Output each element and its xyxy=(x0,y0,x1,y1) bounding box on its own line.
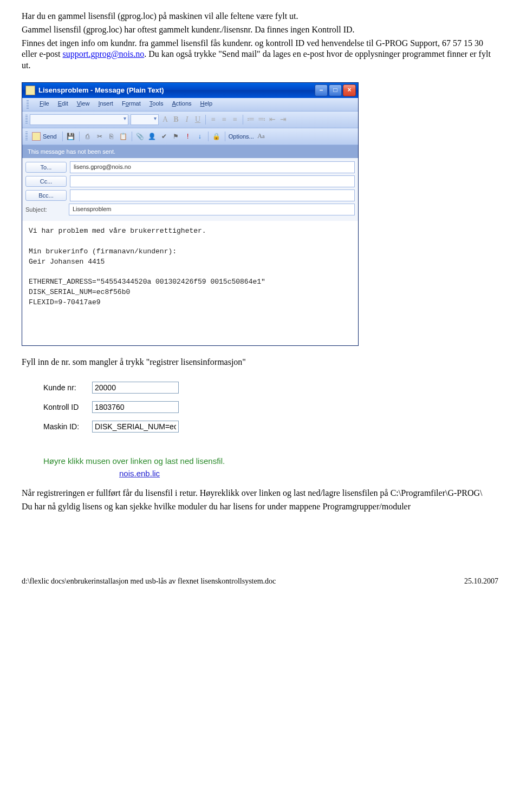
flag-icon[interactable]: ⚑ xyxy=(171,132,181,141)
kontroll-label: Kontroll ID xyxy=(43,403,92,411)
align-right-icon[interactable]: ≡ xyxy=(231,115,239,124)
send-icon xyxy=(32,132,41,141)
menu-help[interactable]: Help xyxy=(200,100,213,109)
align-left-icon[interactable]: ≡ xyxy=(209,115,218,124)
send-label: Send xyxy=(43,133,57,140)
bold-icon[interactable]: B xyxy=(172,115,180,124)
menu-actions[interactable]: Actions xyxy=(172,100,191,109)
copy-icon[interactable]: ⎘ xyxy=(107,132,116,141)
align-center-icon[interactable]: ≡ xyxy=(220,115,229,124)
to-field[interactable]: lisens.gprog@nois.no xyxy=(70,161,355,173)
paste-icon[interactable]: 📋 xyxy=(119,132,128,141)
underline-icon[interactable]: U xyxy=(193,115,202,124)
toolbar-grip-icon xyxy=(27,100,29,109)
footer-date: 25.10.2007 xyxy=(464,577,498,586)
kunde-input[interactable] xyxy=(92,382,179,394)
importance-low-icon[interactable]: ↓ xyxy=(195,132,205,141)
menu-insert[interactable]: Insert xyxy=(98,100,113,109)
message-body[interactable]: Vi har problem med våre brukerrettighete… xyxy=(22,221,358,345)
close-button[interactable]: × xyxy=(343,84,356,96)
support-email-link[interactable]: support.gprog@nois.no xyxy=(63,49,145,58)
after-text-1: Når registreringen er fullført får du li… xyxy=(22,488,498,499)
window-title: Lisensproblem - Message (Plain Text) xyxy=(38,86,315,94)
options-button[interactable]: Options... xyxy=(229,133,254,140)
not-sent-banner: This message has not been sent. xyxy=(22,145,358,158)
indent-icon[interactable]: ⇥ xyxy=(279,115,288,124)
menu-edit[interactable]: Edit xyxy=(58,100,68,109)
download-hint: Høyre klikk musen over linken og last ne… xyxy=(43,456,498,466)
font-a-icon[interactable]: A xyxy=(161,115,170,124)
italic-icon[interactable]: I xyxy=(183,115,191,124)
toolbar-grip-icon xyxy=(25,115,28,125)
page-footer: d:\flexlic docs\enbrukerinstallasjon med… xyxy=(22,577,498,586)
menu-tools[interactable]: Tools xyxy=(150,100,164,109)
outdent-icon[interactable]: ⇤ xyxy=(268,115,277,124)
maximize-button[interactable]: □ xyxy=(329,84,342,96)
titlebar: Lisensproblem - Message (Plain Text) – □… xyxy=(22,83,358,98)
maskin-input[interactable] xyxy=(92,421,179,433)
intro-line-1: Har du en gammel lisensfil (gprog.loc) p… xyxy=(22,11,498,22)
size-combo[interactable] xyxy=(131,114,159,125)
outlook-window: Lisensproblem - Message (Plain Text) – □… xyxy=(22,82,359,346)
save-icon[interactable]: 💾 xyxy=(66,132,76,141)
kontroll-input[interactable] xyxy=(92,401,179,413)
cc-button[interactable]: Cc... xyxy=(25,176,67,187)
numlist-icon[interactable]: ≕ xyxy=(257,115,266,124)
send-button[interactable]: Send xyxy=(30,132,59,141)
license-file-link[interactable]: nois.enb.lic xyxy=(119,469,498,478)
action-toolbar: Send 💾 ⎙ ✂ ⎘ 📋 📎 👤 ✔ ⚑ ! ↓ 🔒 Options... … xyxy=(22,128,358,145)
after-text-2: Du har nå gyldig lisens og kan sjekke hv… xyxy=(22,501,498,513)
registration-form: Kunde nr: Kontroll ID Maskin ID: xyxy=(22,376,498,446)
check-icon[interactable]: ✔ xyxy=(159,132,169,141)
header-fields: To... lisens.gprog@nois.no Cc... Bcc... … xyxy=(22,158,358,221)
menubar: File Edit View Insert Format Tools Actio… xyxy=(22,98,358,112)
importance-high-icon[interactable]: ! xyxy=(183,132,193,141)
menu-view[interactable]: View xyxy=(77,100,90,109)
mail-icon xyxy=(25,86,35,95)
subject-field[interactable]: Lisensproblem xyxy=(69,204,355,215)
list-icon[interactable]: ≔ xyxy=(246,115,255,124)
kunde-label: Kunde nr: xyxy=(43,383,92,392)
menu-format[interactable]: Format xyxy=(122,100,141,109)
cut-icon[interactable]: ✂ xyxy=(95,132,105,141)
minimize-button[interactable]: – xyxy=(315,84,328,96)
menu-file[interactable]: File xyxy=(40,100,49,109)
format-toolbar: A B I U ≡ ≡ ≡ ≔ ≕ ⇤ ⇥ xyxy=(22,112,358,128)
sign-icon[interactable]: 🔒 xyxy=(212,132,222,141)
attach-icon[interactable]: 📎 xyxy=(135,132,145,141)
toolbar-grip-icon xyxy=(25,132,28,141)
subject-label: Subject: xyxy=(25,205,66,214)
to-button[interactable]: To... xyxy=(25,162,67,173)
addressbook-icon[interactable]: 👤 xyxy=(147,132,157,141)
footer-path: d:\flexlic docs\enbrukerinstallasjon med… xyxy=(22,577,276,586)
bcc-field[interactable] xyxy=(70,189,355,201)
cc-field[interactable] xyxy=(70,175,355,187)
bcc-button[interactable]: Bcc... xyxy=(25,190,67,201)
print-icon[interactable]: ⎙ xyxy=(83,132,93,141)
font-combo[interactable] xyxy=(30,114,128,125)
mid-instruction: Fyll inn de nr. som mangler å trykk "reg… xyxy=(22,357,498,368)
maskin-label: Maskin ID: xyxy=(43,422,92,431)
font-aa-icon[interactable]: Aa xyxy=(256,132,266,141)
intro-line-3: Finnes det ingen info om kundnr. fra gam… xyxy=(22,38,498,71)
intro-line-2: Gammel lisensfil (gprog.loc) har oftest … xyxy=(22,24,498,36)
